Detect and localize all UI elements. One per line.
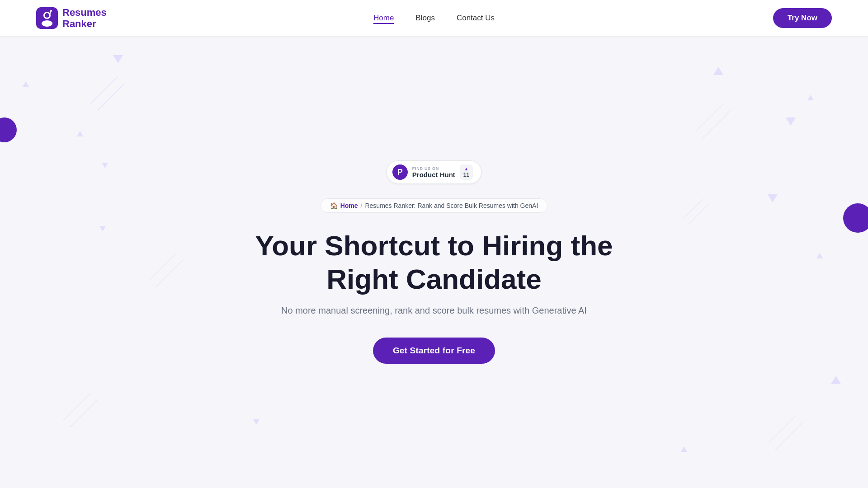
deco-tri-7 — [99, 226, 106, 231]
hero-section: P FIND US ON Product Hunt ▲ 11 🏠 Home / … — [0, 36, 868, 488]
deco-lines-mr — [683, 199, 710, 226]
deco-lines-tl — [90, 77, 127, 113]
breadcrumb-home-link[interactable]: Home — [340, 202, 358, 209]
nav-links: Home Blogs Contact Us — [373, 14, 495, 23]
svg-line-7 — [149, 253, 176, 280]
ph-votes-box: ▲ 11 — [460, 164, 473, 180]
logo-link[interactable]: Resumes Ranker — [36, 7, 107, 30]
deco-tri-1 — [113, 55, 123, 63]
svg-line-16 — [688, 204, 708, 225]
hero-subtext: No more manual screening, rank and score… — [281, 305, 587, 316]
ph-vote-count: 11 — [463, 172, 469, 178]
ph-find-text: FIND US ON — [412, 166, 455, 171]
deco-tri-3 — [713, 67, 723, 75]
product-hunt-badge[interactable]: P FIND US ON Product Hunt ▲ 11 — [387, 160, 481, 184]
home-icon: 🏠 — [330, 202, 338, 209]
svg-line-13 — [769, 416, 796, 443]
ph-logo-icon: P — [392, 164, 408, 180]
navbar: Resumes Ranker Home Blogs Contact Us Try… — [0, 0, 868, 36]
hero-heading: Your Shortcut to Hiring the Right Candid… — [255, 229, 613, 295]
deco-tri-6 — [102, 163, 108, 168]
breadcrumb-current: Resumes Ranker: Rank and Score Bulk Resu… — [365, 202, 538, 209]
deco-tri-13 — [77, 131, 83, 136]
deco-tri-8 — [768, 194, 778, 202]
svg-line-5 — [90, 77, 118, 104]
deco-tri-11 — [681, 446, 687, 452]
deco-tri-12 — [831, 376, 841, 384]
svg-line-8 — [156, 260, 183, 287]
svg-line-15 — [683, 199, 703, 219]
nav-contact[interactable]: Contact Us — [457, 14, 495, 23]
deco-lines-ml — [149, 253, 185, 289]
deco-tri-4 — [807, 95, 814, 100]
svg-point-2 — [45, 13, 49, 18]
deco-tri-10 — [253, 419, 259, 425]
blob-right — [843, 203, 868, 233]
brand-name: Resumes Ranker — [62, 7, 107, 30]
blob-left — [0, 117, 17, 142]
get-started-button[interactable]: Get Started for Free — [373, 338, 495, 364]
ph-upvote-arrow: ▲ — [464, 166, 469, 171]
ph-text-area: FIND US ON Product Hunt — [412, 166, 455, 178]
breadcrumb-separator: / — [361, 202, 363, 209]
ph-name-text: Product Hunt — [412, 171, 455, 178]
nav-blogs[interactable]: Blogs — [415, 14, 435, 23]
breadcrumb: 🏠 Home / Resumes Ranker: Rank and Score … — [321, 198, 548, 213]
deco-lines-bl — [63, 393, 99, 429]
svg-point-4 — [50, 10, 52, 12]
logo-icon — [36, 7, 58, 29]
deco-tri-5 — [786, 117, 796, 126]
svg-point-3 — [42, 20, 52, 27]
nav-home[interactable]: Home — [373, 14, 394, 23]
try-now-button[interactable]: Try Now — [773, 8, 832, 28]
svg-line-11 — [63, 393, 90, 420]
svg-line-6 — [97, 84, 124, 111]
svg-line-10 — [703, 111, 730, 138]
svg-line-14 — [775, 422, 802, 450]
deco-lines-br — [769, 416, 805, 452]
deco-tri-9 — [816, 253, 823, 258]
svg-line-12 — [70, 400, 97, 427]
deco-lines-tr — [696, 104, 732, 140]
deco-tri-2 — [23, 81, 29, 87]
svg-line-9 — [696, 104, 723, 131]
